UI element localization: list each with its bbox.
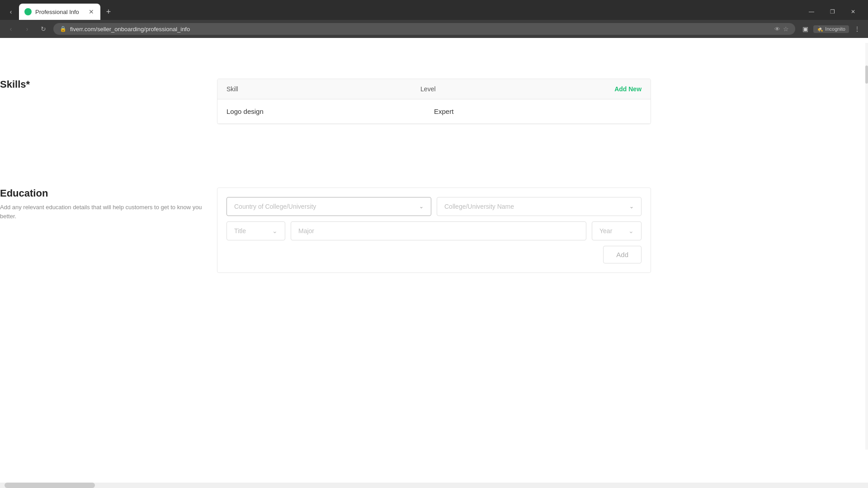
tab-close-button[interactable]: ✕ bbox=[88, 8, 95, 15]
university-select-wrapper[interactable]: College/University Name ⌄ bbox=[437, 197, 642, 216]
tab-favicon bbox=[24, 8, 32, 15]
country-placeholder: Country of College/University bbox=[234, 203, 316, 210]
education-section-left: Education Add any relevant education det… bbox=[0, 188, 217, 273]
eye-slash-icon: 👁 bbox=[774, 26, 780, 33]
window-controls: — ❐ ✕ bbox=[801, 4, 863, 20]
level-column-header: Level bbox=[420, 85, 614, 93]
year-select[interactable]: Year ⌄ bbox=[592, 221, 642, 240]
university-select[interactable]: College/University Name ⌄ bbox=[437, 197, 642, 216]
back-button[interactable]: ‹ bbox=[5, 23, 17, 35]
skills-table: Skill Level Add New Logo design Expert bbox=[217, 79, 651, 124]
title-select[interactable]: Title ⌄ bbox=[226, 221, 285, 240]
address-bar[interactable]: 🔒 fiverr.com/seller_onboarding/professio… bbox=[53, 23, 795, 35]
country-chevron-icon: ⌄ bbox=[419, 203, 424, 210]
country-select-wrapper[interactable]: Country of College/University ⌄ bbox=[226, 197, 431, 216]
incognito-label: Incognito bbox=[825, 26, 845, 32]
close-window-button[interactable]: ✕ bbox=[843, 4, 863, 20]
right-scrollbar-thumb[interactable] bbox=[865, 66, 868, 84]
major-select[interactable]: Major ⌄ bbox=[291, 221, 586, 240]
skill-name-cell: Logo design bbox=[226, 108, 434, 115]
education-section: Education Add any relevant education det… bbox=[0, 174, 868, 286]
minimize-button[interactable]: — bbox=[801, 4, 822, 20]
incognito-badge: 🕵 Incognito bbox=[813, 25, 849, 33]
add-new-skill-button[interactable]: Add New bbox=[614, 85, 642, 93]
education-section-right: Country of College/University ⌄ College/… bbox=[217, 188, 651, 273]
tab-bar: ‹ Professional Info ✕ + — ❐ ✕ bbox=[0, 0, 868, 20]
address-bar-icons: 👁 ☆ bbox=[774, 25, 789, 33]
sidebar-toggle-button[interactable]: ▣ bbox=[799, 23, 811, 35]
skills-section: Skills* Skill Level Add New Logo design … bbox=[0, 65, 868, 138]
incognito-icon: 🕵 bbox=[817, 26, 823, 32]
forward-button[interactable]: › bbox=[21, 23, 33, 35]
university-chevron-icon: ⌄ bbox=[629, 203, 634, 210]
country-select[interactable]: Country of College/University ⌄ bbox=[226, 197, 431, 216]
tab-scroll-left[interactable]: ‹ bbox=[5, 5, 17, 18]
education-section-title: Education bbox=[0, 188, 217, 199]
university-placeholder: College/University Name bbox=[444, 203, 514, 210]
skills-section-right: Skill Level Add New Logo design Expert bbox=[217, 79, 651, 124]
year-chevron-icon: ⌄ bbox=[628, 227, 634, 235]
url-display: fiverr.com/seller_onboarding/professiona… bbox=[70, 26, 771, 33]
major-select-wrapper[interactable]: Major ⌄ bbox=[291, 221, 586, 240]
new-tab-button[interactable]: + bbox=[102, 5, 115, 18]
education-form-row-1: Country of College/University ⌄ College/… bbox=[226, 197, 642, 216]
refresh-button[interactable]: ↻ bbox=[37, 23, 50, 35]
toolbar-icons: ▣ 🕵 Incognito ⋮ bbox=[799, 23, 863, 35]
add-education-row: Add bbox=[226, 246, 642, 263]
maximize-button[interactable]: ❐ bbox=[822, 4, 843, 20]
education-section-description: Add any relevant education details that … bbox=[0, 203, 217, 221]
browser-menu-button[interactable]: ⋮ bbox=[851, 23, 863, 35]
skill-level-cell: Expert bbox=[434, 108, 642, 115]
table-row: Logo design Expert bbox=[217, 99, 651, 124]
title-select-wrapper[interactable]: Title ⌄ bbox=[226, 221, 285, 240]
lock-icon: 🔒 bbox=[60, 26, 66, 32]
year-placeholder: Year bbox=[599, 227, 612, 235]
tab-title: Professional Info bbox=[35, 9, 84, 15]
education-form: Country of College/University ⌄ College/… bbox=[217, 188, 651, 273]
skills-section-title: Skills* bbox=[0, 79, 217, 90]
active-tab[interactable]: Professional Info ✕ bbox=[19, 4, 100, 20]
skill-column-header: Skill bbox=[226, 85, 420, 93]
star-icon[interactable]: ☆ bbox=[783, 25, 789, 33]
browser-chrome: ‹ Professional Info ✕ + — ❐ ✕ ‹ › ↻ 🔒 fi… bbox=[0, 0, 868, 38]
add-education-button[interactable]: Add bbox=[603, 246, 642, 263]
page-content: Skills* Skill Level Add New Logo design … bbox=[0, 38, 868, 481]
title-chevron-icon: ⌄ bbox=[272, 227, 278, 235]
title-placeholder: Title bbox=[234, 227, 246, 235]
address-bar-row: ‹ › ↻ 🔒 fiverr.com/seller_onboarding/pro… bbox=[0, 20, 868, 38]
year-select-wrapper[interactable]: Year ⌄ bbox=[592, 221, 642, 240]
skills-table-header: Skill Level Add New bbox=[217, 79, 651, 99]
skills-section-left: Skills* bbox=[0, 79, 217, 124]
education-form-row-2: Title ⌄ Major ⌄ Year ⌄ bbox=[226, 221, 642, 240]
right-scrollbar[interactable] bbox=[865, 43, 868, 450]
major-placeholder: Major bbox=[298, 227, 314, 235]
